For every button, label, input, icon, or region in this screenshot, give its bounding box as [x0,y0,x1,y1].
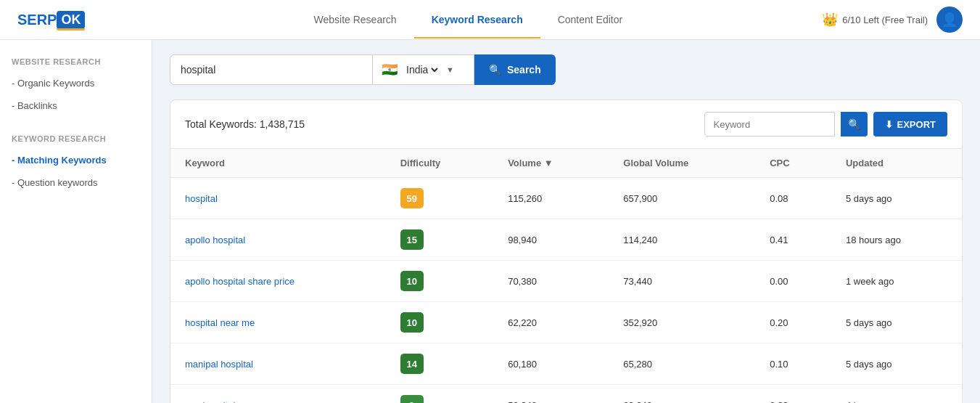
difficulty-badge-4: 14 [400,354,424,374]
cell-cpc-0: 0.08 [755,178,831,219]
cell-difficulty-2: 10 [386,261,493,302]
nav-keyword-research[interactable]: Keyword Research [414,1,540,38]
trial-text: 6/10 Left (Free Trail) [842,15,928,25]
table-column-headers: Keyword Difficulty Volume ▼ Global Volum… [170,149,962,178]
cell-keyword-5: eye hospital near me [170,385,386,404]
cell-keyword-2: apollo hospital share price [170,261,386,302]
cell-global-volume-3: 352,920 [609,302,755,343]
difficulty-badge-1: 15 [400,229,424,250]
table-row: manipal hospital 14 60,180 65,280 0.10 5… [170,343,962,385]
logo-serp: SERP [17,12,57,28]
cell-cpc-1: 0.41 [755,219,831,261]
table-row: apollo hospital share price 10 70,380 73… [170,261,962,302]
difficulty-badge-0: 59 [400,188,424,208]
cell-updated-3: 5 days ago [831,302,962,343]
sidebar-section-website-research: WEBSITE RESEARCH - Organic Keywords - Ba… [0,57,152,117]
cell-volume-2: 70,380 [493,261,609,302]
search-icon: 🔍 [489,64,501,76]
nav-website-research[interactable]: Website Research [296,1,413,38]
cell-difficulty-0: 59 [386,178,493,219]
total-keywords: Total Keywords: 1,438,715 [185,118,305,130]
cell-keyword-3: hospital near me [170,302,386,343]
sidebar-section-title-website: WEBSITE RESEARCH [0,57,152,72]
sidebar-item-question-keywords[interactable]: - Question keywords [0,171,152,194]
sidebar-section-title-keyword: KEYWORD RESEARCH [0,134,152,149]
cell-difficulty-1: 15 [386,219,493,261]
keyword-table: Keyword Difficulty Volume ▼ Global Volum… [170,149,962,403]
cell-cpc-2: 0.00 [755,261,831,302]
sidebar: WEBSITE RESEARCH - Organic Keywords - Ba… [0,40,152,403]
logo-ok: OK [57,11,85,29]
header-right: 👑 6/10 Left (Free Trail) 👤 [822,7,963,33]
table-row: hospital 59 115,260 657,900 0.08 5 days … [170,178,962,219]
export-button[interactable]: ⬇ EXPORT [873,112,947,137]
keyword-link-0[interactable]: hospital [185,193,218,204]
col-cpc: CPC [755,149,831,178]
cell-keyword-1: apollo hospital [170,219,386,261]
main-content: 🇮🇳 India USA UK ▼ 🔍 Search Total Keyword… [152,40,980,403]
cell-cpc-5: 0.20 [755,385,831,404]
keyword-filter-button[interactable]: 🔍 [841,112,868,137]
table-header-row: Total Keywords: 1,438,715 🔍 ⬇ EXPORT [170,100,962,149]
sidebar-section-keyword-research: KEYWORD RESEARCH - Matching Keywords - Q… [0,134,152,194]
cell-updated-1: 18 hours ago [831,219,962,261]
filter-search-icon: 🔍 [848,118,860,130]
table-row: hospital near me 10 62,220 352,920 0.20 … [170,302,962,343]
keyword-link-5[interactable]: eye hospital near me [185,400,273,404]
search-button[interactable]: 🔍 Search [474,54,556,85]
main-nav: Website Research Keyword Research Conten… [114,1,822,38]
keyword-filter-input[interactable] [704,112,835,137]
keyword-link-1[interactable]: apollo hospital [185,235,245,245]
cell-difficulty-5: 9 [386,385,493,404]
cell-difficulty-4: 14 [386,343,493,385]
country-flag: 🇮🇳 [382,62,398,78]
header: SERPOK Website Research Keyword Research… [0,0,980,40]
export-label: EXPORT [897,119,936,130]
nav-content-editor[interactable]: Content Editor [540,1,641,38]
cell-global-volume-0: 657,900 [609,178,755,219]
search-bar: 🇮🇳 India USA UK ▼ 🔍 Search [170,54,963,85]
free-trial: 👑 6/10 Left (Free Trail) [822,12,928,28]
keyword-link-4[interactable]: manipal hospital [185,359,253,370]
cell-global-volume-4: 65,280 [609,343,755,385]
sidebar-item-backlinks[interactable]: - Backlinks [0,94,152,117]
cell-keyword-0: hospital [170,178,386,219]
difficulty-badge-5: 9 [400,395,424,403]
keyword-link-3[interactable]: hospital near me [185,317,255,328]
cell-volume-5: 53,040 [493,385,609,404]
difficulty-badge-3: 10 [400,312,424,333]
search-input[interactable] [170,54,373,85]
table-row: apollo hospital 15 98,940 114,240 0.41 1… [170,219,962,261]
col-global-volume: Global Volume [609,149,755,178]
cell-volume-0: 115,260 [493,178,609,219]
cell-difficulty-3: 10 [386,302,493,343]
cell-updated-5: 4 hour ago [831,385,962,404]
chevron-down-icon: ▼ [446,65,454,74]
table-actions: 🔍 ⬇ EXPORT [704,112,947,137]
cell-volume-3: 62,220 [493,302,609,343]
col-updated: Updated [831,149,962,178]
cell-updated-2: 1 week ago [831,261,962,302]
sidebar-item-matching-keywords[interactable]: - Matching Keywords [0,149,152,171]
cell-volume-4: 60,180 [493,343,609,385]
crown-icon: 👑 [822,12,838,28]
sidebar-item-organic-keywords[interactable]: - Organic Keywords [0,72,152,94]
table-row: eye hospital near me 9 53,040 63,240 0.2… [170,385,962,404]
cell-keyword-4: manipal hospital [170,343,386,385]
country-select-dropdown[interactable]: India USA UK [403,63,440,76]
search-button-label: Search [507,64,541,76]
cell-cpc-3: 0.20 [755,302,831,343]
cell-volume-1: 98,940 [493,219,609,261]
col-difficulty: Difficulty [386,149,493,178]
cell-updated-4: 5 days ago [831,343,962,385]
cell-global-volume-1: 114,240 [609,219,755,261]
keyword-link-2[interactable]: apollo hospital share price [185,276,295,287]
col-volume[interactable]: Volume ▼ [493,149,609,178]
export-icon: ⬇ [885,119,893,130]
keyword-table-container: Total Keywords: 1,438,715 🔍 ⬇ EXPORT Key… [170,99,963,403]
cell-global-volume-2: 73,440 [609,261,755,302]
difficulty-badge-2: 10 [400,271,424,291]
country-selector[interactable]: 🇮🇳 India USA UK ▼ [373,54,474,85]
logo[interactable]: SERPOK [17,11,85,29]
avatar[interactable]: 👤 [936,7,963,33]
